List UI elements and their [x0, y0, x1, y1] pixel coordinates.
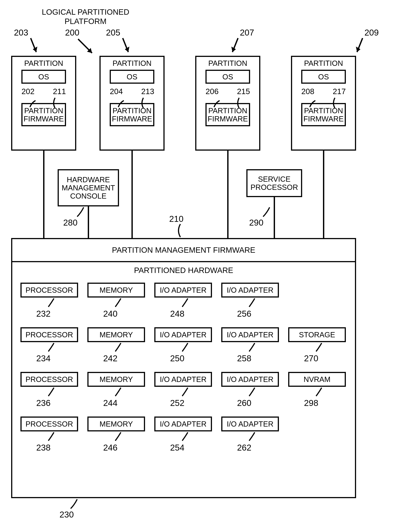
hw-c2-r3-lead-icon	[114, 432, 124, 443]
hw-c4-r3-lead-icon	[248, 432, 258, 443]
phw-lead-icon	[69, 499, 80, 511]
pmf-box: PARTITION MANAGEMENT FIRMWARE	[11, 238, 356, 262]
hw-c4-r0-ref: 256	[237, 309, 251, 319]
hw-c1-r3-box: PROCESSOR	[21, 417, 78, 431]
partition-arrow-0-icon	[25, 38, 40, 57]
partition-arrow-2-icon	[225, 38, 240, 57]
hw-c1-r1-lead-icon	[47, 343, 57, 353]
hw-c4-r3-box: I/O ADAPTER	[221, 417, 279, 431]
svg-marker-9	[356, 46, 361, 52]
hw-c2-r1-lead-icon	[114, 343, 124, 353]
svc-box: SERVICE PROCESSOR	[246, 169, 302, 197]
hw-c4-r0-box: I/O ADAPTER	[221, 283, 279, 298]
partition-arrow-1-icon	[117, 38, 132, 57]
os-lead-2-icon	[212, 98, 223, 109]
hw-c4-r1-box: I/O ADAPTER	[221, 327, 279, 342]
partition-box-3: PARTITION OS 208 217 PARTITION FIRMWARE	[291, 56, 356, 151]
partition-ref-3: 209	[364, 27, 379, 38]
hmc-ref: 280	[63, 217, 78, 227]
hw-c2-r1-box: MEMORY	[87, 327, 145, 342]
svg-marker-7	[231, 46, 236, 52]
hw-c3-r0-lead-icon	[181, 299, 191, 309]
hw-c2-r3-ref: 246	[103, 443, 118, 453]
fw-lead-0-icon	[49, 98, 61, 111]
connector-partition-1	[131, 151, 133, 238]
hw-c1-r3-lead-icon	[47, 432, 57, 443]
os-lead-1-icon	[116, 98, 128, 109]
logical-partitioned-platform-diagram: LOGICAL PARTITIONED PLATFORM 200 203 205…	[7, 7, 387, 525]
hw-c2-r1-ref: 242	[103, 353, 118, 363]
hw-c3-r0-box: I/O ADAPTER	[154, 283, 212, 298]
hw-c2-r2-box: MEMORY	[87, 372, 145, 387]
hw-c5-r0-lead-icon	[315, 343, 324, 353]
hw-c5-r1-lead-icon	[315, 388, 324, 398]
os-box-3: OS	[301, 70, 346, 84]
phw-title: PARTITIONED HARDWARE	[134, 266, 233, 275]
partition-arrow-3-icon	[350, 38, 364, 57]
hw-c1-r1-box: PROCESSOR	[21, 327, 78, 342]
os-ref-1: 204	[110, 87, 123, 96]
hw-c1-r2-box: PROCESSOR	[21, 372, 78, 387]
hw-c3-r2-lead-icon	[181, 388, 191, 398]
hw-c1-r3-ref: 238	[36, 443, 51, 453]
hw-c4-r1-lead-icon	[248, 343, 258, 353]
hw-c2-r0-lead-icon	[114, 299, 124, 309]
hw-c1-r0-box: PROCESSOR	[21, 283, 78, 298]
hw-c3-r2-ref: 252	[170, 398, 184, 408]
hmc-lead-icon	[75, 207, 87, 218]
hw-c2-r0-box: MEMORY	[87, 283, 145, 298]
svg-marker-5	[124, 46, 130, 52]
hw-c1-r0-ref: 232	[36, 309, 51, 319]
hw-c3-r3-lead-icon	[181, 432, 191, 443]
partition-ref-0: 203	[14, 27, 28, 38]
hw-c3-r3-ref: 254	[170, 443, 184, 453]
hw-c3-r3-box: I/O ADAPTER	[154, 417, 212, 431]
platform-ref: 200	[65, 27, 79, 38]
fw-ref-1: 213	[141, 87, 154, 96]
hw-c3-r0-ref: 248	[170, 309, 184, 319]
fw-ref-0: 211	[53, 87, 66, 96]
hw-c3-r1-lead-icon	[181, 343, 191, 353]
partition-title-0: PARTITION	[24, 59, 63, 67]
fw-ref-3: 217	[333, 87, 346, 96]
partition-title-2: PARTITION	[208, 59, 247, 67]
partition-title-1: PARTITION	[113, 59, 151, 67]
connector-partition-0	[43, 151, 44, 238]
fw-lead-3-icon	[329, 98, 340, 111]
hw-c1-r1-ref: 234	[36, 353, 51, 363]
hw-c4-r3-ref: 262	[237, 443, 251, 453]
svg-marker-3	[32, 46, 38, 52]
hw-c1-r0-lead-icon	[47, 299, 57, 309]
hw-c4-r0-lead-icon	[248, 299, 258, 309]
hw-c4-r2-box: I/O ADAPTER	[221, 372, 279, 387]
connector-partition-2	[227, 151, 228, 238]
fw-lead-2-icon	[233, 98, 245, 111]
hw-c3-r1-box: I/O ADAPTER	[154, 327, 212, 342]
os-lead-3-icon	[308, 98, 319, 109]
os-box-2: OS	[205, 70, 250, 84]
pmf-lead-icon	[175, 224, 186, 239]
hw-c5-r1-box: NVRAM	[288, 372, 346, 387]
hw-c3-r2-box: I/O ADAPTER	[154, 372, 212, 387]
fw-lead-1-icon	[138, 98, 149, 111]
partition-box-2: PARTITION OS 206 215 PARTITION FIRMWARE	[195, 56, 260, 151]
hmc-box: HARDWARE MANAGEMENT CONSOLE	[58, 169, 119, 207]
hw-c2-r3-box: MEMORY	[87, 417, 145, 431]
phw-ref: 230	[59, 510, 74, 520]
connector-hmc	[88, 207, 89, 238]
os-lead-0-icon	[28, 98, 39, 109]
hw-c4-r2-lead-icon	[248, 388, 258, 398]
os-ref-2: 206	[205, 87, 218, 96]
platform-title: LOGICAL PARTITIONED PLATFORM	[37, 7, 134, 26]
hw-c5-r0-ref: 270	[304, 353, 318, 363]
hw-c4-r1-ref: 258	[237, 353, 251, 363]
hw-c2-r2-lead-icon	[114, 388, 124, 398]
platform-arrow-icon	[76, 37, 98, 60]
hw-c3-r1-ref: 250	[170, 353, 184, 363]
hw-c2-r2-ref: 244	[103, 398, 118, 408]
fw-ref-2: 215	[237, 87, 250, 96]
svc-ref: 290	[249, 217, 264, 227]
partition-box-1: PARTITION OS 204 213 PARTITION FIRMWARE	[99, 56, 165, 151]
partition-ref-1: 205	[106, 27, 120, 38]
hw-c1-r2-lead-icon	[47, 388, 57, 398]
